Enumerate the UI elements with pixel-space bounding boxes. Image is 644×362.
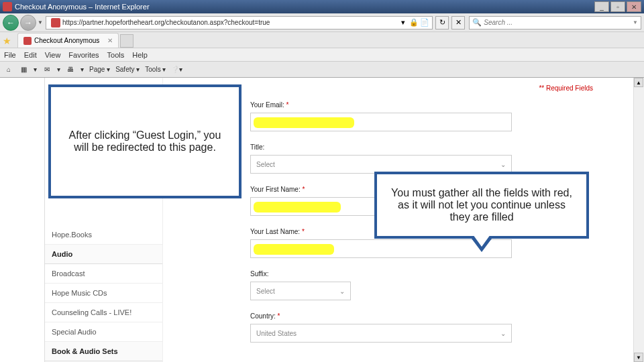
suffix-select[interactable]: Select ⌄ [250, 282, 351, 300]
menu-edit[interactable]: Edit [24, 51, 37, 59]
sidebar-item-special[interactable]: Special Audio [45, 322, 162, 342]
new-tab-button[interactable] [120, 34, 133, 48]
search-dropdown-icon[interactable]: ▼ [633, 19, 638, 25]
title-select[interactable]: Select ⌄ [250, 155, 512, 174]
menu-favorites[interactable]: Favorites [68, 51, 99, 59]
tab-favicon [23, 37, 32, 45]
site-favicon [51, 18, 60, 27]
window-title-bar: Checkout Anonymous – Internet Explorer _… [0, 0, 644, 13]
search-box[interactable]: 🔍 ▼ [469, 16, 641, 29]
minimize-button[interactable]: _ [594, 1, 609, 12]
address-bar[interactable]: https://partner.hopefortheheart.org/chec… [46, 16, 433, 29]
sidebar-item-music[interactable]: Hope Music CDs [45, 284, 162, 303]
page-menu[interactable]: Page ▾ [89, 66, 110, 73]
chevron-down-icon: ⌄ [339, 288, 345, 295]
tab-close-icon[interactable]: ✕ [107, 37, 113, 44]
scroll-down-icon[interactable]: ▼ [634, 353, 643, 362]
vertical-scrollbar[interactable]: ▲ ▼ [633, 78, 644, 362]
menu-tools[interactable]: Tools [107, 51, 125, 59]
safety-menu[interactable]: Safety ▾ [115, 66, 140, 73]
email-label: Your Email: * [250, 101, 593, 109]
help-icon[interactable]: ❔▾ [171, 66, 182, 73]
search-input[interactable] [484, 19, 633, 26]
sidebar-group-audio[interactable]: Audio [45, 245, 162, 264]
sidebar-group-booksets[interactable]: Book & Audio Sets [45, 342, 162, 361]
home-icon[interactable]: ⌂ [4, 65, 13, 74]
sidebar-item-broadcast[interactable]: Broadcast [45, 264, 162, 284]
instruction-callout-guest-login: After clicking “Guest Login,” you will b… [48, 84, 241, 198]
email-field[interactable] [250, 113, 512, 131]
search-icon: 🔍 [472, 18, 482, 27]
compat-icon[interactable]: 📄 [420, 18, 429, 27]
window-title: Checkout Anonymous – Internet Explorer [15, 3, 150, 11]
lock-icon: 🔒 [409, 18, 419, 27]
mail-icon[interactable]: ✉ [42, 65, 52, 74]
menu-view[interactable]: View [45, 51, 61, 59]
menu-bar: File Edit View Favorites Tools Help [0, 48, 644, 62]
tab-label: Checkout Anonymous [34, 37, 99, 44]
browser-tab[interactable]: Checkout Anonymous ✕ [17, 33, 119, 48]
title-label: Title: [250, 143, 593, 151]
sidebar-item-hopebooks[interactable]: Hope.Books [45, 225, 162, 245]
sidebar-item-counseling[interactable]: Counseling Calls - LIVE! [45, 303, 162, 322]
dropdown-icon[interactable]: ▾ [398, 18, 408, 27]
url-text: https://partner.hopefortheheart.org/chec… [62, 19, 397, 26]
suffix-label: Suffix: [250, 270, 593, 278]
forward-button[interactable]: → [20, 15, 36, 31]
feeds-icon[interactable]: ▦ [19, 65, 28, 74]
country-label: Country: * [250, 312, 593, 320]
close-button[interactable]: ✕ [627, 1, 641, 12]
required-fields-note: ** Required Fields [250, 84, 593, 92]
instruction-callout-required-fields: You must gather all the fields with red,… [374, 172, 589, 239]
country-select[interactable]: United States ⌄ [250, 324, 512, 343]
app-favicon [3, 2, 12, 11]
print-icon[interactable]: 🖶 [66, 65, 75, 74]
menu-help[interactable]: Help [132, 51, 148, 59]
menu-file[interactable]: File [4, 51, 16, 59]
scroll-up-icon[interactable]: ▲ [634, 78, 643, 87]
refresh-button[interactable]: ↻ [435, 16, 449, 29]
back-button[interactable]: ← [3, 15, 19, 31]
chevron-down-icon: ⌄ [500, 330, 506, 337]
command-bar: ⌂ ▦ ▾ ✉ ▾ 🖶 ▾ Page ▾ Safety ▾ Tools ▾ ❔▾ [0, 62, 644, 78]
favorites-icon[interactable]: ★ [3, 36, 15, 48]
nav-bar: ← → ▼ https://partner.hopefortheheart.or… [0, 13, 644, 32]
maximize-button[interactable]: ▫ [610, 1, 625, 12]
chevron-down-icon: ⌄ [500, 161, 506, 168]
tools-menu[interactable]: Tools ▾ [145, 66, 166, 73]
nav-history-dropdown[interactable]: ▼ [38, 19, 44, 25]
tabs-bar: ★ Checkout Anonymous ✕ [0, 32, 644, 48]
stop-button[interactable]: ✕ [451, 16, 465, 29]
